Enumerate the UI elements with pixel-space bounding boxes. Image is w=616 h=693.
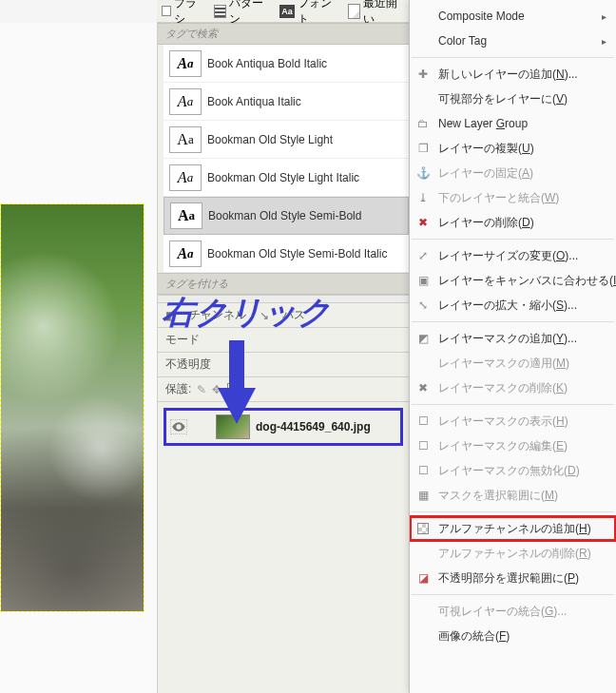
layer-opacity-label: 不透明度 <box>165 356 211 373</box>
layer-mode-row[interactable]: モード <box>158 328 409 353</box>
ctx-alpha-to-selection[interactable]: ◪ 不透明部分を選択範囲に(P) <box>410 566 616 590</box>
font-name: Bookman Old Style Light Italic <box>207 171 359 184</box>
font-preview-icon: Aa <box>169 241 202 267</box>
ctx-duplicate-layer[interactable]: ❐ レイヤーの複製(U) <box>410 136 616 161</box>
protect-move-icon[interactable]: ✥ <box>212 383 221 396</box>
canvas-area[interactable] <box>0 23 157 693</box>
ctx-merge-down: ⤓ 下のレイヤーと統合(W) <box>410 185 616 210</box>
merge-down-icon: ⤓ <box>415 190 431 205</box>
ctx-new-layer-group[interactable]: 🗀 New Layer Group <box>410 111 616 136</box>
ctx-scale-layer[interactable]: ⤡ レイヤーの拡大・縮小(S)... <box>410 293 616 318</box>
checkbox-icon <box>162 6 171 16</box>
tab-paths-label: パス <box>282 307 305 323</box>
protect-alpha-icon[interactable] <box>227 383 241 396</box>
ctx-flatten-image[interactable]: 画像の統合(F) <box>410 624 616 648</box>
ctx-add-alpha-channel[interactable]: アルファチャンネルの追加(H) <box>410 516 616 541</box>
font-preview-icon: Aa <box>169 50 202 77</box>
font-name: Bookman Old Style Light <box>207 133 333 146</box>
font-preview-icon: Aa <box>170 202 202 229</box>
ctx-remove-alpha-channel: アルファチャンネルの削除(R) <box>410 541 616 566</box>
tab-channels-label: チャンネル <box>189 307 246 323</box>
layer-context-menu: Composite Mode Color Tag ✚ 新しいレイヤーの追加(N)… <box>409 0 616 693</box>
font-name: Book Antiqua Italic <box>207 95 301 108</box>
font-item[interactable]: Aa Book Antiqua Italic <box>164 83 409 121</box>
layer-mode-label: モード <box>165 332 200 348</box>
ctx-mask-to-selection: ▦ マスクを選択範囲に(M) <box>410 483 616 508</box>
font-item[interactable]: Aa Bookman Old Style Light <box>164 121 409 159</box>
layers-tabs[interactable]: ◧ チャンネル ↘ パス <box>158 303 409 328</box>
mask-add-icon: ◩ <box>415 331 431 346</box>
font-preview-icon: Aa <box>169 164 202 191</box>
checkbox-icon: ☐ <box>415 463 431 478</box>
layer-protect-label: 保護: <box>165 381 191 397</box>
ctx-anchor-layer: ⚓ レイヤーの固定(A) <box>410 161 616 185</box>
font-item[interactable]: Aa Book Antiqua Bold Italic <box>164 45 409 83</box>
folder-plus-icon: 🗀 <box>415 116 431 131</box>
ctx-delete-layer[interactable]: ✖ レイヤーの削除(D) <box>410 210 616 235</box>
font-name: Book Antiqua Bold Italic <box>207 57 327 70</box>
pattern-icon <box>214 5 226 18</box>
ctx-color-tag[interactable]: Color Tag <box>410 29 616 53</box>
delete-icon: ✖ <box>415 380 431 395</box>
font-preview-icon: Aa <box>169 88 202 115</box>
duplicate-icon: ❐ <box>415 141 431 156</box>
ctx-layer-to-image-size[interactable]: ▣ レイヤーをキャンバスに合わせる(I) <box>410 268 616 293</box>
ctx-add-layer-mask[interactable]: ◩ レイヤーマスクの追加(Y)... <box>410 326 616 351</box>
ctx-merge-visible: 可視レイヤーの統合(G)... <box>410 599 616 624</box>
alpha-icon <box>415 521 431 536</box>
ctx-visible-to-layer[interactable]: 可視部分をレイヤーに(V) <box>410 87 616 111</box>
layer-protect-row: 保護: ✎ ✥ <box>158 377 409 402</box>
ctx-show-layer-mask: ☐ レイヤーマスクの表示(H) <box>410 409 616 433</box>
image-on-canvas[interactable] <box>0 203 144 612</box>
checkbox-icon: ☐ <box>415 438 431 453</box>
font-name: Bookman Old Style Semi-Bold Italic <box>207 247 387 260</box>
ctx-edit-layer-mask: ☐ レイヤーマスクの編集(E) <box>410 433 616 458</box>
font-item[interactable]: Aa Bookman Old Style Semi-Bold Italic <box>164 235 409 273</box>
ctx-delete-layer-mask: ✖ レイヤーマスクの削除(K) <box>410 375 616 400</box>
photo-content <box>1 204 144 611</box>
eye-icon[interactable] <box>170 419 187 434</box>
right-dock-column: タグで検索 Aa Book Antiqua Bold Italic Aa Boo… <box>157 23 409 693</box>
document-icon <box>348 4 360 19</box>
layer-opacity-row[interactable]: 不透明度 <box>158 353 409 377</box>
font-tag-apply[interactable]: タグを付ける <box>158 273 409 295</box>
font-list[interactable]: Aa Book Antiqua Bold Italic Aa Book Anti… <box>164 45 409 273</box>
docked-toolbar: ブラシ パターン Aa フォント 最近開い <box>157 0 409 23</box>
font-icon: Aa <box>279 5 294 18</box>
ctx-disable-layer-mask: ☐ レイヤーマスクの無効化(D) <box>410 458 616 483</box>
ctx-new-layer[interactable]: ✚ 新しいレイヤーの追加(N)... <box>410 62 616 87</box>
font-tag-search[interactable]: タグで検索 <box>158 23 409 45</box>
ctx-layer-boundary-size[interactable]: ⤢ レイヤーサイズの変更(O)... <box>410 243 616 268</box>
resize-icon: ⤢ <box>415 248 431 263</box>
anchor-icon: ⚓ <box>415 165 431 181</box>
checkbox-icon: ☐ <box>415 414 431 429</box>
protect-brush-icon[interactable]: ✎ <box>197 383 206 396</box>
selection-red-icon: ◪ <box>415 570 431 586</box>
font-item[interactable]: Aa Bookman Old Style Light Italic <box>164 159 409 197</box>
new-layer-icon: ✚ <box>415 67 431 82</box>
delete-icon: ✖ <box>415 215 431 230</box>
selection-icon: ▦ <box>415 488 431 503</box>
layer-item-selected[interactable]: dog-4415649_640.jpg <box>164 408 403 446</box>
ctx-apply-layer-mask: レイヤーマスクの適用(M) <box>410 351 616 375</box>
fit-canvas-icon: ▣ <box>415 273 431 288</box>
scale-icon: ⤡ <box>415 298 431 313</box>
font-item-selected[interactable]: Aa Bookman Old Style Semi-Bold <box>164 197 409 235</box>
font-preview-icon: Aa <box>169 126 202 153</box>
layer-name-label[interactable]: dog-4415649_640.jpg <box>256 420 371 433</box>
ctx-composite-mode[interactable]: Composite Mode <box>410 4 616 29</box>
layer-thumbnail <box>216 414 250 439</box>
layers-panel: ◧ チャンネル ↘ パス モード 不透明度 保護: ✎ ✥ <box>158 302 409 693</box>
font-name: Bookman Old Style Semi-Bold <box>208 209 361 222</box>
